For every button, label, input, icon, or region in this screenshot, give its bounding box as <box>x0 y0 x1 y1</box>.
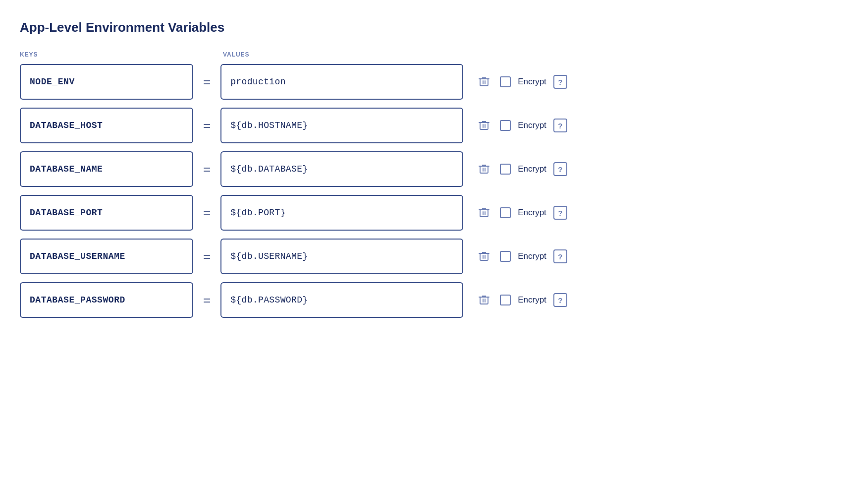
equals-sign-3: = <box>203 162 211 177</box>
value-input-4[interactable] <box>220 195 463 231</box>
equals-sign-4: = <box>203 205 211 221</box>
trash-icon-5 <box>479 251 489 262</box>
delete-button-5[interactable] <box>475 247 493 265</box>
page-title: App-Level Environment Variables <box>20 20 848 35</box>
delete-button-1[interactable] <box>475 73 493 91</box>
encrypt-checkbox-3[interactable] <box>500 164 511 175</box>
value-input-3[interactable] <box>220 151 463 187</box>
svg-rect-21 <box>480 210 488 217</box>
values-column-label: VALUES <box>223 51 466 58</box>
encrypt-checkbox-4[interactable] <box>500 207 511 218</box>
help-button-2[interactable]: ? <box>553 119 567 132</box>
row-actions-1: Encrypt ? <box>475 73 567 91</box>
svg-rect-7 <box>480 122 488 129</box>
row-actions-6: Encrypt ? <box>475 291 567 309</box>
row-actions-4: Encrypt ? <box>475 204 567 222</box>
encrypt-label-1[interactable]: Encrypt <box>518 77 546 87</box>
help-button-6[interactable]: ? <box>553 293 567 307</box>
delete-button-4[interactable] <box>475 204 493 222</box>
equals-sign-2: = <box>203 118 211 133</box>
env-row: = Encrypt ? <box>20 195 848 231</box>
help-button-4[interactable]: ? <box>553 206 567 220</box>
svg-rect-35 <box>480 297 488 304</box>
encrypt-checkbox-1[interactable] <box>500 76 511 87</box>
encrypt-label-2[interactable]: Encrypt <box>518 121 546 130</box>
svg-rect-0 <box>480 79 488 86</box>
value-input-5[interactable] <box>220 239 463 274</box>
key-input-1[interactable] <box>20 64 193 100</box>
key-input-3[interactable] <box>20 151 193 187</box>
column-headers: KEYS VALUES <box>20 51 848 58</box>
delete-button-6[interactable] <box>475 291 493 309</box>
encrypt-checkbox-6[interactable] <box>500 295 511 305</box>
key-input-5[interactable] <box>20 239 193 274</box>
svg-rect-14 <box>480 166 488 173</box>
encrypt-checkbox-5[interactable] <box>500 251 511 262</box>
key-input-4[interactable] <box>20 195 193 231</box>
help-button-5[interactable]: ? <box>553 249 567 263</box>
delete-button-2[interactable] <box>475 117 493 134</box>
trash-icon-1 <box>479 76 489 87</box>
keys-column-label: KEYS <box>20 51 193 58</box>
env-row: = Encrypt ? <box>20 64 848 100</box>
key-input-2[interactable] <box>20 108 193 143</box>
value-input-1[interactable] <box>220 64 463 100</box>
row-actions-2: Encrypt ? <box>475 117 567 134</box>
row-actions-3: Encrypt ? <box>475 160 567 178</box>
env-row: = Encrypt ? <box>20 239 848 274</box>
encrypt-label-6[interactable]: Encrypt <box>518 295 546 305</box>
equals-sign-5: = <box>203 249 211 264</box>
env-row: = Encrypt ? <box>20 282 848 318</box>
delete-button-3[interactable] <box>475 160 493 178</box>
trash-icon-4 <box>479 207 489 218</box>
env-rows-container: = Encrypt ? <box>20 64 848 318</box>
env-row: = Encrypt ? <box>20 108 848 143</box>
encrypt-checkbox-2[interactable] <box>500 120 511 131</box>
encrypt-label-5[interactable]: Encrypt <box>518 251 546 261</box>
encrypt-label-4[interactable]: Encrypt <box>518 208 546 218</box>
equals-sign-1: = <box>203 74 211 90</box>
value-input-6[interactable] <box>220 282 463 318</box>
svg-rect-28 <box>480 253 488 260</box>
help-button-3[interactable]: ? <box>553 162 567 176</box>
encrypt-label-3[interactable]: Encrypt <box>518 164 546 174</box>
trash-icon-3 <box>479 164 489 175</box>
trash-icon-2 <box>479 120 489 131</box>
key-input-6[interactable] <box>20 282 193 318</box>
env-row: = Encrypt ? <box>20 151 848 187</box>
equals-sign-6: = <box>203 293 211 308</box>
trash-icon-6 <box>479 295 489 305</box>
value-input-2[interactable] <box>220 108 463 143</box>
row-actions-5: Encrypt ? <box>475 247 567 265</box>
help-button-1[interactable]: ? <box>553 75 567 89</box>
